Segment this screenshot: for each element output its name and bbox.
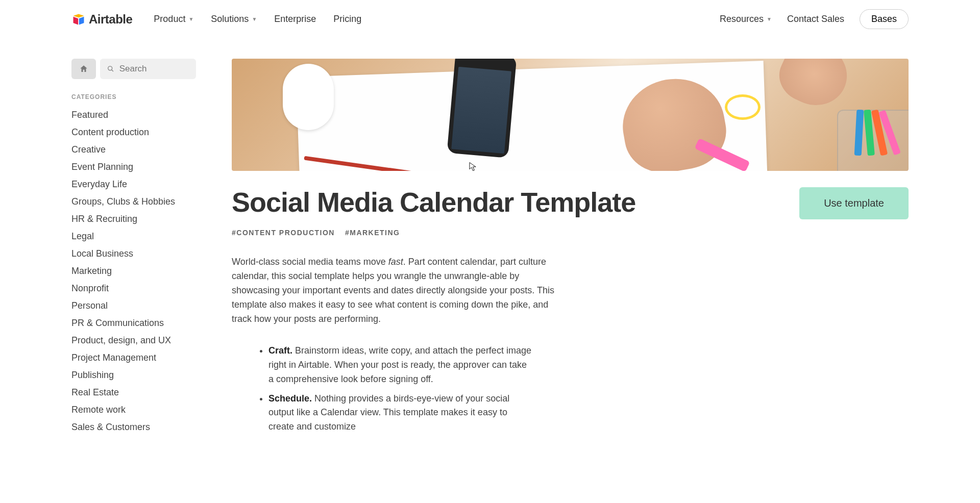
logo-text: Airtable bbox=[89, 12, 132, 27]
category-link[interactable]: Groups, Clubs & Hobbies bbox=[71, 196, 196, 207]
nav-right: Resources▼ Contact Sales Bases bbox=[720, 9, 909, 29]
page-title: Social Media Calendar Template bbox=[232, 187, 779, 217]
cursor-icon bbox=[469, 162, 477, 171]
category-link[interactable]: Legal bbox=[71, 231, 196, 242]
category-link[interactable]: Creative bbox=[71, 144, 196, 155]
category-link[interactable]: Personal bbox=[71, 300, 196, 311]
category-link[interactable]: HR & Recruiting bbox=[71, 214, 196, 224]
category-link[interactable]: Sales & Customers bbox=[71, 422, 196, 433]
category-link[interactable]: Content production bbox=[71, 127, 196, 138]
search-icon bbox=[107, 65, 114, 73]
use-template-button[interactable]: Use template bbox=[799, 187, 909, 219]
tag-content-production[interactable]: #CONTENT PRODUCTION bbox=[232, 229, 335, 237]
category-link[interactable]: Product, design, and UX bbox=[71, 335, 196, 346]
nav-enterprise[interactable]: Enterprise bbox=[274, 14, 316, 24]
category-link[interactable]: Local Business bbox=[71, 248, 196, 259]
home-button[interactable] bbox=[71, 59, 96, 79]
category-link[interactable]: Event Planning bbox=[71, 162, 196, 172]
search-input[interactable] bbox=[119, 64, 189, 74]
nav-resources[interactable]: Resources▼ bbox=[720, 14, 772, 24]
svg-point-3 bbox=[108, 66, 112, 70]
main-content: Social Media Calendar Template #CONTENT … bbox=[232, 59, 909, 439]
intro-paragraph: World-class social media teams move fast… bbox=[232, 255, 569, 326]
nav-contact-sales[interactable]: Contact Sales bbox=[787, 14, 844, 24]
category-link[interactable]: Real Estate bbox=[71, 387, 196, 398]
bullet-schedule: Schedule. Nothing provides a birds-eye-v… bbox=[268, 392, 533, 435]
nav-pricing[interactable]: Pricing bbox=[333, 14, 361, 24]
nav-solutions[interactable]: Solutions▼ bbox=[211, 14, 257, 24]
category-link[interactable]: Marketing bbox=[71, 266, 196, 276]
category-list: Featured Content production Creative Eve… bbox=[71, 110, 196, 433]
logo-icon bbox=[71, 12, 86, 27]
category-link[interactable]: Nonprofit bbox=[71, 283, 196, 294]
logo[interactable]: Airtable bbox=[71, 12, 132, 27]
nav-left: Product▼ Solutions▼ Enterprise Pricing bbox=[154, 14, 361, 24]
hero-image bbox=[232, 59, 909, 171]
bullet-craft: Craft. Brainstorm ideas, write copy, and… bbox=[268, 344, 533, 387]
category-link[interactable]: Project Management bbox=[71, 353, 196, 363]
chevron-down-icon: ▼ bbox=[188, 16, 193, 22]
search-box[interactable] bbox=[100, 59, 196, 79]
category-link[interactable]: PR & Communications bbox=[71, 318, 196, 329]
category-link[interactable]: Remote work bbox=[71, 405, 196, 415]
category-link[interactable]: Publishing bbox=[71, 370, 196, 381]
tag-marketing[interactable]: #MARKETING bbox=[345, 229, 400, 237]
chevron-down-icon: ▼ bbox=[252, 16, 257, 22]
svg-marker-2 bbox=[79, 16, 84, 24]
svg-line-4 bbox=[112, 70, 113, 71]
categories-heading: CATEGORIES bbox=[71, 93, 196, 100]
home-icon bbox=[79, 64, 88, 73]
svg-marker-0 bbox=[74, 14, 84, 17]
nav-product[interactable]: Product▼ bbox=[154, 14, 193, 24]
bases-button[interactable]: Bases bbox=[860, 9, 909, 29]
category-link[interactable]: Everyday Life bbox=[71, 179, 196, 190]
top-nav: Airtable Product▼ Solutions▼ Enterprise … bbox=[0, 0, 980, 38]
feature-bullets: Craft. Brainstorm ideas, write copy, and… bbox=[232, 344, 533, 434]
chevron-down-icon: ▼ bbox=[767, 16, 772, 22]
category-link[interactable]: Featured bbox=[71, 110, 196, 120]
tag-list: #CONTENT PRODUCTION #MARKETING bbox=[232, 229, 779, 237]
sidebar: CATEGORIES Featured Content production C… bbox=[71, 59, 196, 439]
svg-marker-1 bbox=[74, 16, 79, 24]
